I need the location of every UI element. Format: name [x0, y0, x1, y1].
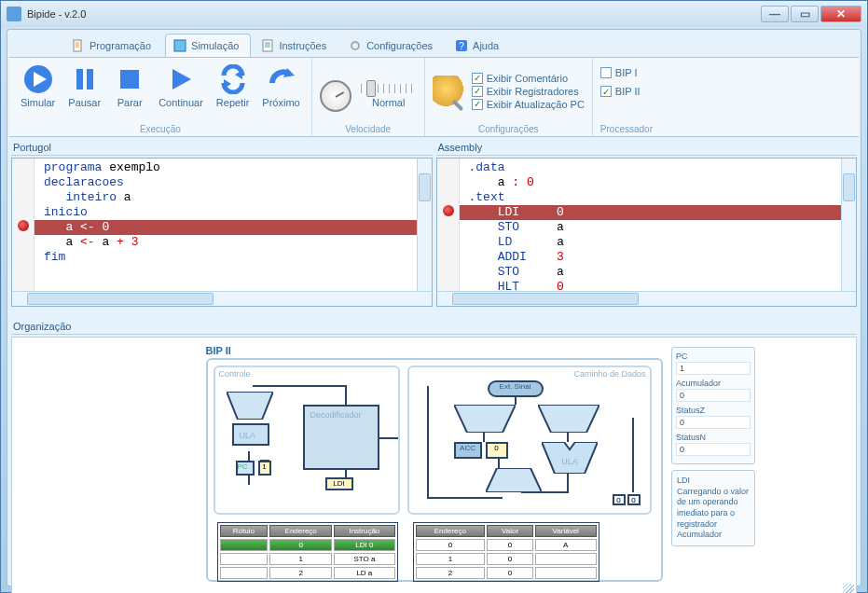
svg-rect-8 [76, 69, 83, 90]
portugol-editor[interactable]: programa exemplo declaracoes inteiro a i… [11, 158, 433, 307]
svg-rect-9 [87, 69, 93, 90]
checkbox-icon [600, 67, 612, 78]
gutter[interactable] [12, 159, 34, 291]
tab-simulacao[interactable]: Simulação [165, 34, 251, 57]
table-row: 0LDI 0 [220, 539, 395, 551]
tab-label: Ajuda [473, 40, 499, 51]
tab-configuracoes[interactable]: Configurações [340, 34, 445, 57]
organization-view: BIP II Controle ULA PC 1 Decodificador L… [11, 337, 857, 593]
gutter[interactable] [437, 159, 460, 291]
reg-pc-value: 1 [676, 362, 751, 375]
clock-icon [320, 80, 351, 112]
window-title: Bipide - v.2.0 [27, 8, 761, 20]
content-area: Portugol programa exemplo declaracoes in… [11, 140, 857, 582]
code-area[interactable]: programa exemplo declaracoes inteiro a i… [34, 160, 417, 291]
checkbox-icon: ✓ [472, 73, 483, 84]
data-memory-table: EndereçoValorVariável 00A 10 20 [413, 522, 599, 582]
gear-icon [349, 39, 362, 52]
portugol-pane: Portugol programa exemplo declaracoes in… [11, 140, 433, 311]
group-processador: BIP I ✓BIP II Processador [593, 58, 660, 136]
resize-grip-icon[interactable] [843, 584, 854, 593]
group-velocidade: Normal Velocidade [312, 58, 425, 136]
repetir-button[interactable]: Repetir [213, 62, 253, 110]
chk-bip1[interactable]: BIP I [600, 67, 638, 78]
svg-rect-10 [120, 70, 139, 89]
svg-text:?: ? [459, 41, 464, 51]
breakpoint-icon[interactable] [18, 220, 29, 231]
group-execucao: Simular Pausar Parar Continuar [9, 58, 312, 136]
reg-statusn-value: 0 [676, 443, 751, 456]
svg-point-3 [351, 42, 359, 49]
controle-block: Controle ULA PC 1 Decodificador LDI [214, 365, 400, 515]
list-icon [261, 39, 274, 52]
chk-bip2[interactable]: ✓BIP II [600, 86, 641, 97]
pane-title: Assembly [436, 140, 858, 155]
vertical-scrollbar[interactable] [417, 159, 432, 291]
assembly-pane: Assembly .data a : 0 .text LDI0 STOa [436, 140, 858, 311]
tab-label: Programação [90, 40, 151, 51]
svg-marker-12 [235, 70, 242, 79]
continuar-button[interactable]: Continuar [155, 62, 207, 110]
processor-diagram: Controle ULA PC 1 Decodificador LDI [206, 358, 663, 582]
reg-statusz-value: 0 [676, 416, 751, 429]
minimize-button[interactable]: — [761, 6, 789, 22]
tab-ajuda[interactable]: ? Ajuda [447, 34, 511, 57]
table-row: 10 [416, 553, 597, 565]
instruction-memory-table: RótuloEndereçoInstrução 0LDI 0 1STO a 2L… [217, 522, 398, 582]
group-label: Execução [17, 122, 304, 134]
reg-acc-label: Acumulador [676, 379, 751, 388]
horizontal-scrollbar[interactable] [437, 291, 857, 306]
table-row: 2LD a [220, 567, 395, 579]
group-label: Processador [600, 122, 653, 134]
group-configuracoes: ✓Exibir Comentário ✓Exibir Registradores… [425, 58, 593, 136]
doc-icon [72, 39, 85, 52]
tab-label: Simulação [191, 40, 239, 51]
maximize-button[interactable]: ▭ [791, 6, 819, 22]
diagram-title: BIP II [206, 345, 663, 356]
svg-rect-2 [263, 40, 272, 51]
code-area[interactable]: .data a : 0 .text LDI0 STOa LDa ADDI3 ST… [460, 160, 842, 291]
checkbox-icon: ✓ [472, 99, 483, 110]
simular-button[interactable]: Simular [17, 62, 59, 110]
tab-programacao[interactable]: Programação [63, 34, 163, 57]
speed-label: Normal [372, 97, 405, 108]
organizacao-pane: Organização BIP II Controle ULA PC [11, 319, 857, 582]
breakpoint-icon[interactable] [443, 205, 454, 216]
sim-icon [173, 39, 186, 52]
tab-label: Instruções [279, 40, 326, 51]
assembly-editor[interactable]: .data a : 0 .text LDI0 STOa LDa ADDI3 ST… [436, 158, 858, 307]
svg-rect-1 [174, 40, 186, 51]
parar-button[interactable]: Parar [110, 62, 149, 110]
pane-title: Organização [11, 319, 857, 334]
repeat-icon [217, 63, 249, 95]
app-window: Bipide - v.2.0 — ▭ ✕ Programação Simulaç… [0, 0, 868, 593]
titlebar[interactable]: Bipide - v.2.0 — ▭ ✕ [1, 1, 867, 27]
vertical-scrollbar[interactable] [841, 159, 856, 291]
speed-slider[interactable] [361, 84, 417, 93]
wrench-icon [433, 76, 466, 109]
help-icon: ? [455, 39, 468, 52]
table-row: 00A [416, 539, 597, 551]
chk-exibir-atualizacao-pc[interactable]: ✓Exibir Atualização PC [472, 99, 585, 110]
svg-marker-11 [172, 69, 191, 90]
play-icon [165, 63, 197, 95]
chk-exibir-registradores[interactable]: ✓Exibir Registradores [472, 86, 585, 97]
caminho-block: Caminho de Dados Ext. Sinal ACC 0 ULA 0 [407, 365, 652, 515]
pausar-button[interactable]: Pausar [64, 62, 104, 110]
client-area: Programação Simulação Instruções Configu… [7, 29, 861, 586]
table-row: 20 [416, 567, 597, 579]
pane-title: Portugol [11, 140, 433, 155]
chk-exibir-comentario[interactable]: ✓Exibir Comentário [472, 73, 585, 84]
pause-icon [69, 63, 101, 95]
instruction-description: LDI Carregando o valor de um operando im… [671, 470, 755, 546]
reg-statusz-label: StatusZ [676, 406, 751, 415]
app-icon [7, 7, 21, 21]
svg-rect-0 [74, 40, 81, 51]
group-label: Configurações [433, 122, 585, 134]
horizontal-scrollbar[interactable] [12, 291, 432, 306]
close-button[interactable]: ✕ [820, 6, 861, 22]
checkbox-icon: ✓ [472, 86, 483, 97]
tab-instrucoes[interactable]: Instruções [253, 34, 338, 57]
proximo-button[interactable]: Próximo [258, 62, 303, 110]
tab-label: Configurações [366, 40, 433, 51]
